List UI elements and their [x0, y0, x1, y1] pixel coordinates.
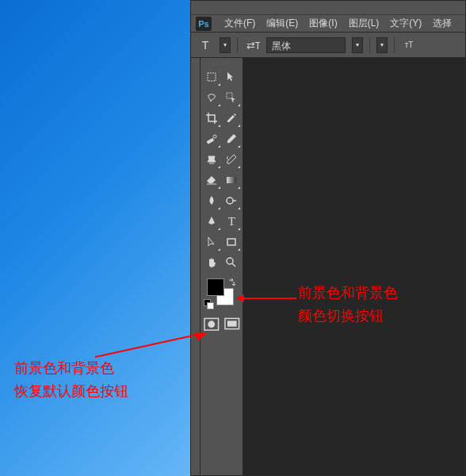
menu-type[interactable]: 文字(Y) — [385, 15, 426, 32]
default-colors-button[interactable] — [204, 299, 213, 309]
hand-tool[interactable] — [202, 253, 221, 272]
crop-tool[interactable] — [202, 109, 221, 128]
svg-rect-3 — [206, 138, 214, 144]
photoshop-window: Ps 文件(F) 编辑(E) 图像(I) 图层(L) 文字(Y) 选择 T ▾ … — [190, 0, 466, 476]
menu-bar: Ps 文件(F) 编辑(E) 图像(I) 图层(L) 文字(Y) 选择 — [191, 15, 465, 33]
svg-rect-9 — [227, 239, 235, 245]
panel-grip-icon[interactable]: :::: — [191, 58, 200, 64]
gradient-tool[interactable] — [223, 171, 242, 190]
swap-colors-button[interactable] — [227, 277, 237, 286]
canvas-area[interactable] — [243, 58, 465, 475]
quick-select-tool[interactable] — [223, 88, 242, 107]
svg-line-16 — [95, 335, 197, 357]
svg-point-4 — [213, 135, 216, 138]
menu-image[interactable]: 图像(I) — [304, 15, 342, 32]
dodge-tool[interactable] — [223, 191, 242, 210]
healing-brush-tool[interactable] — [202, 129, 221, 148]
foreground-color-swatch[interactable] — [207, 278, 224, 296]
svg-rect-2 — [227, 93, 232, 98]
title-bar — [191, 1, 465, 15]
menu-select[interactable]: 选择 — [428, 15, 456, 32]
divider — [394, 37, 395, 53]
svg-line-11 — [232, 263, 235, 267]
svg-text:⇄T: ⇄T — [246, 40, 261, 52]
font-family-dropdown[interactable]: ▾ — [352, 37, 363, 53]
svg-rect-6 — [227, 177, 236, 183]
shape-tool[interactable] — [223, 232, 242, 251]
pen-tool[interactable] — [202, 212, 221, 231]
lasso-tool[interactable] — [202, 88, 221, 107]
svg-point-10 — [227, 258, 233, 264]
color-swatches — [202, 277, 241, 313]
font-style-dropdown[interactable]: ▾ — [376, 37, 388, 53]
annotation-arrow-default — [95, 333, 206, 359]
zoom-tool[interactable] — [223, 253, 242, 272]
screenmode-button[interactable] — [223, 317, 242, 332]
history-brush-tool[interactable] — [223, 150, 242, 169]
clone-stamp-tool[interactable] — [202, 150, 221, 169]
tool-preset-dropdown[interactable]: ▾ — [220, 37, 231, 53]
divider — [369, 37, 370, 53]
quickmask-button[interactable] — [202, 317, 221, 332]
menu-edit[interactable]: 编辑(E) — [262, 15, 303, 32]
text-orientation-icon[interactable]: ⇄T — [244, 37, 260, 53]
eraser-tool[interactable] — [202, 171, 221, 190]
font-size-icon: тT — [401, 37, 417, 53]
marquee-tool[interactable] — [202, 67, 221, 86]
font-family-select[interactable]: 黑体 — [266, 37, 346, 53]
annotation-default-label: 前景色和背景色 恢复默认颜色按钮 — [14, 357, 128, 403]
menu-file[interactable]: 文件(F) — [220, 15, 260, 32]
svg-rect-1 — [208, 73, 216, 81]
divider — [237, 37, 238, 53]
svg-point-7 — [227, 198, 233, 204]
eyedropper-tool[interactable] — [223, 109, 242, 128]
type-tool-preset-icon[interactable]: T — [197, 37, 213, 53]
app-logo: Ps — [196, 17, 212, 31]
options-bar: T ▾ ⇄T 黑体 ▾ ▾ тT — [191, 33, 465, 58]
blur-tool[interactable] — [202, 191, 221, 210]
collapsed-panel[interactable]: :::: — [191, 58, 201, 475]
tools-grip-icon[interactable]: :::::: — [202, 60, 241, 66]
move-tool[interactable] — [223, 67, 242, 86]
svg-point-13 — [208, 321, 215, 328]
type-tool[interactable]: T — [223, 212, 242, 231]
tools-panel: :::::: — [201, 58, 243, 475]
workspace: :::: :::::: — [191, 58, 465, 475]
menu-layer[interactable]: 图层(L) — [344, 15, 384, 32]
path-select-tool[interactable] — [202, 232, 221, 251]
svg-rect-15 — [227, 321, 236, 327]
brush-tool[interactable] — [223, 129, 242, 148]
